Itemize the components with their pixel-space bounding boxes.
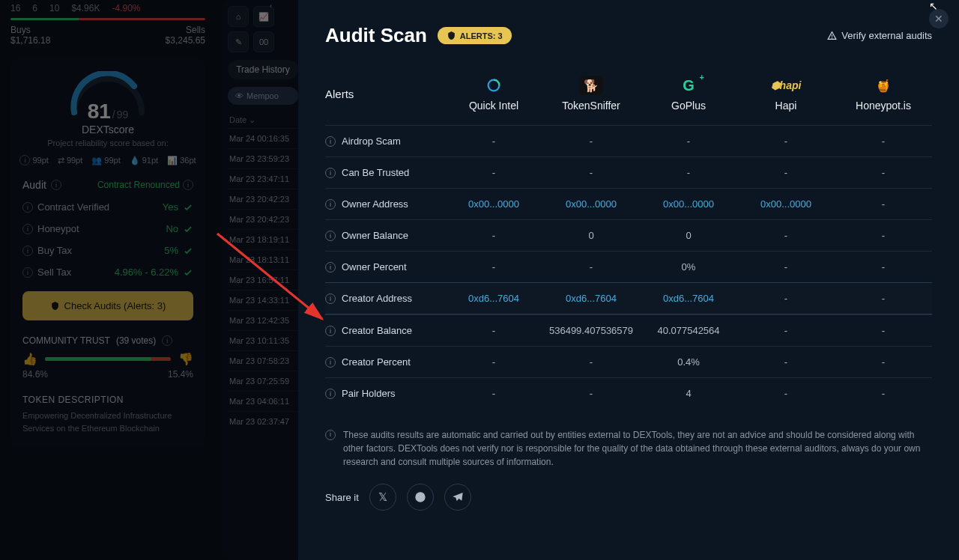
audit-cell: - bbox=[445, 356, 542, 368]
audit-cell: 0 bbox=[640, 230, 737, 241]
audit-cell: - bbox=[542, 388, 640, 399]
share-row: Share it 𝕏 bbox=[325, 484, 932, 511]
audit-cell: - bbox=[445, 261, 542, 273]
audit-cell: - bbox=[737, 388, 835, 399]
audit-cell: - bbox=[737, 136, 835, 147]
audit-table-row: iPair Holders--4-- bbox=[325, 377, 932, 409]
audit-cell: - bbox=[542, 356, 640, 368]
audit-cell: - bbox=[835, 325, 932, 336]
audit-cell: 0.4% bbox=[640, 356, 737, 368]
modal-title: Audit Scan bbox=[325, 24, 427, 47]
audit-table-row: iOwner Percent--0%-- bbox=[325, 251, 932, 282]
audit-cell: - bbox=[445, 230, 542, 241]
audit-cell: 536499.407536579 bbox=[542, 325, 640, 336]
honeypot-icon: 🍯 bbox=[874, 76, 893, 95]
audit-cell: 4 bbox=[640, 388, 737, 399]
auditor-hapi: ⬢hapi Hapi bbox=[737, 76, 835, 112]
tokensniffer-icon: 🐕 bbox=[579, 76, 603, 95]
auditor-tokensniffer: 🐕 TokenSniffer bbox=[542, 76, 640, 112]
goplus-icon: G+ bbox=[679, 76, 698, 95]
audit-table-row: iCan Be Trusted----- bbox=[325, 156, 932, 188]
audit-cell: - bbox=[835, 198, 932, 210]
audit-scan-modal: ✕ ↖ Audit Scan ALERTS: 3 Verify external… bbox=[298, 0, 959, 560]
info-icon[interactable]: i bbox=[325, 293, 336, 304]
audit-cell: - bbox=[835, 167, 932, 178]
info-icon[interactable]: i bbox=[325, 357, 336, 368]
audit-cell[interactable]: 0x00...0000 bbox=[542, 198, 640, 210]
info-icon[interactable]: i bbox=[325, 168, 336, 178]
audit-cell[interactable]: 0xd6...7604 bbox=[640, 293, 737, 304]
audit-table-row: iCreator Address0xd6...76040xd6...76040x… bbox=[325, 282, 932, 314]
share-telegram-button[interactable] bbox=[444, 484, 471, 511]
audit-cell: - bbox=[737, 261, 835, 273]
auditor-quick-intel: Quick Intel bbox=[445, 76, 542, 112]
info-icon[interactable]: i bbox=[325, 231, 336, 241]
share-label: Share it bbox=[325, 492, 359, 503]
audit-cell: - bbox=[835, 293, 932, 304]
cursor-icon: ↖ bbox=[929, 0, 938, 12]
audit-cell: - bbox=[835, 136, 932, 147]
audit-table-row: iOwner Address0x00...00000x00...00000x00… bbox=[325, 188, 932, 219]
audit-cell: - bbox=[835, 356, 932, 368]
audit-cell: - bbox=[835, 388, 932, 399]
audit-cell: - bbox=[737, 293, 835, 304]
audit-cell: - bbox=[445, 136, 542, 147]
quick-intel-icon bbox=[484, 76, 503, 95]
info-icon[interactable]: i bbox=[325, 326, 336, 336]
info-icon[interactable]: i bbox=[325, 136, 336, 147]
audit-table-row: iOwner Balance-00-- bbox=[325, 219, 932, 251]
auditor-goplus: G+ GoPlus bbox=[640, 76, 737, 112]
audit-cell[interactable]: 0xd6...7604 bbox=[445, 293, 542, 304]
warning-icon bbox=[827, 31, 837, 40]
audit-cell: - bbox=[640, 136, 737, 147]
audit-cell: - bbox=[542, 261, 640, 273]
audit-cell: - bbox=[445, 388, 542, 399]
auditor-honeypot: 🍯 Honeypot.is bbox=[835, 76, 932, 112]
audit-cell: - bbox=[737, 356, 835, 368]
info-icon: i bbox=[325, 430, 336, 440]
audit-cell: - bbox=[542, 167, 640, 178]
auditor-header-row: Alerts Quick Intel 🐕 TokenSniffer G+ GoP… bbox=[325, 76, 932, 122]
audit-cell: - bbox=[835, 230, 932, 241]
audit-cell[interactable]: 0x00...0000 bbox=[445, 198, 542, 210]
alerts-column-label: Alerts bbox=[325, 88, 445, 100]
share-reddit-button[interactable] bbox=[407, 484, 434, 511]
audit-cell: - bbox=[640, 167, 737, 178]
audit-cell: - bbox=[835, 261, 932, 273]
audit-cell: 0% bbox=[640, 261, 737, 273]
audit-cell[interactable]: 0x00...0000 bbox=[640, 198, 737, 210]
disclaimer: i These audits results are automatic and… bbox=[325, 428, 932, 469]
info-icon[interactable]: i bbox=[325, 389, 336, 399]
verify-external-audits-link[interactable]: Verify external audits bbox=[827, 30, 932, 41]
audit-table: iAirdrop Scam-----iCan Be Trusted-----iO… bbox=[325, 125, 932, 409]
audit-cell: - bbox=[445, 325, 542, 336]
audit-cell: - bbox=[737, 325, 835, 336]
alerts-pill: ALERTS: 3 bbox=[438, 27, 512, 44]
share-twitter-button[interactable]: 𝕏 bbox=[369, 484, 396, 511]
audit-cell: - bbox=[737, 230, 835, 241]
audit-cell: - bbox=[542, 136, 640, 147]
info-icon[interactable]: i bbox=[325, 262, 336, 273]
audit-cell[interactable]: 0x00...0000 bbox=[737, 198, 835, 210]
audit-cell[interactable]: 0xd6...7604 bbox=[542, 293, 640, 304]
audit-cell: - bbox=[737, 167, 835, 178]
audit-cell: - bbox=[445, 167, 542, 178]
hapi-icon: ⬢hapi bbox=[776, 76, 796, 95]
info-icon[interactable]: i bbox=[325, 199, 336, 210]
svg-point-3 bbox=[415, 492, 425, 502]
audit-table-row: iCreator Balance-536499.40753657940.0775… bbox=[325, 314, 932, 346]
shield-icon bbox=[447, 31, 456, 40]
audit-table-row: iCreator Percent--0.4%-- bbox=[325, 346, 932, 377]
audit-cell: 40.077542564 bbox=[640, 325, 737, 336]
svg-point-1 bbox=[832, 37, 833, 38]
audit-cell: 0 bbox=[542, 230, 640, 241]
audit-table-row: iAirdrop Scam----- bbox=[325, 125, 932, 156]
